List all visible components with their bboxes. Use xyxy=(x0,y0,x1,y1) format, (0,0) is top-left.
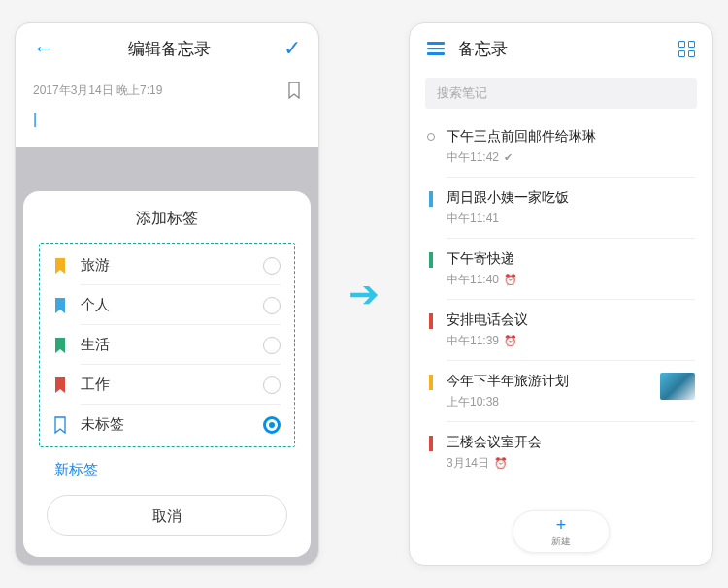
new-tag-button[interactable]: 新标签 xyxy=(39,447,295,485)
memo-title: 今年下半年旅游计划 xyxy=(447,373,652,390)
radio-icon[interactable] xyxy=(263,416,281,434)
memo-time: 上午10:38 xyxy=(447,394,499,410)
edit-memo-screen: ← 编辑备忘录 ✓ 2017年3月14日 晚上7:19 | 添加标签 旅游个人生… xyxy=(15,22,319,566)
bookmark-icon xyxy=(53,416,67,434)
memo-meta: 中午11:40⏰ xyxy=(447,272,695,288)
fab-label: 新建 xyxy=(551,535,571,548)
memo-title: 三楼会议室开会 xyxy=(447,434,695,451)
memo-meta: 中午11:42✔ xyxy=(447,149,695,166)
page-title: 编辑备忘录 xyxy=(128,38,211,60)
memo-marker xyxy=(427,133,435,141)
tag-label: 个人 xyxy=(81,296,263,314)
timestamp-bar: 2017年3月14日 晚上7:19 xyxy=(16,74,318,107)
clock-icon: ⏰ xyxy=(494,457,508,470)
sheet-title: 添加标签 xyxy=(39,209,295,229)
memo-item[interactable]: 周日跟小姨一家吃饭中午11:41 xyxy=(427,178,695,239)
check-icon: ✔ xyxy=(504,151,513,164)
memo-marker xyxy=(429,191,433,207)
radio-icon[interactable] xyxy=(263,337,281,354)
tag-sheet: 添加标签 旅游个人生活工作未标签 新标签 取消 xyxy=(23,191,311,557)
memo-time: 中午11:41 xyxy=(447,211,499,227)
back-icon[interactable]: ← xyxy=(33,36,54,61)
memo-time: 中午11:42 xyxy=(447,149,499,166)
memo-meta: 3月14日⏰ xyxy=(447,455,695,472)
memo-meta: 上午10:38 xyxy=(447,394,652,410)
bookmark-icon xyxy=(53,297,67,314)
tag-label: 生活 xyxy=(81,336,263,354)
memo-title: 安排电话会议 xyxy=(447,311,695,329)
memo-title: 下午三点前回邮件给琳琳 xyxy=(447,128,695,146)
search-input[interactable]: 搜索笔记 xyxy=(425,78,697,109)
memo-title: 下午寄快递 xyxy=(447,250,695,268)
memo-item[interactable]: 下午寄快递中午11:40⏰ xyxy=(427,239,695,300)
editor-cursor[interactable]: | xyxy=(16,107,318,147)
memo-list-screen: 备忘录 搜索笔记 下午三点前回邮件给琳琳中午11:42✔周日跟小姨一家吃饭中午1… xyxy=(409,22,713,566)
memo-content: 下午三点前回邮件给琳琳中午11:42✔ xyxy=(447,128,695,166)
bookmark-icon xyxy=(53,337,67,354)
memo-meta: 中午11:39⏰ xyxy=(447,333,695,349)
tag-list: 旅游个人生活工作未标签 xyxy=(39,243,295,447)
memo-content: 安排电话会议中午11:39⏰ xyxy=(447,311,695,349)
memo-list: 下午三点前回邮件给琳琳中午11:42✔周日跟小姨一家吃饭中午11:41下午寄快递… xyxy=(410,116,712,483)
radio-icon[interactable] xyxy=(263,257,281,275)
add-memo-button[interactable]: + 新建 xyxy=(513,510,610,553)
memo-title: 周日跟小姨一家吃饭 xyxy=(447,189,695,207)
grid-view-icon[interactable] xyxy=(678,41,695,57)
clock-icon: ⏰ xyxy=(504,335,517,347)
tag-label: 旅游 xyxy=(81,256,263,275)
memo-time: 中午11:39 xyxy=(447,333,499,349)
memo-content: 下午寄快递中午11:40⏰ xyxy=(447,250,695,288)
tag-item[interactable]: 个人 xyxy=(40,285,294,325)
memo-item[interactable]: 三楼会议室开会3月14日⏰ xyxy=(427,422,695,483)
radio-icon[interactable] xyxy=(263,297,281,314)
bookmark-icon xyxy=(53,257,67,275)
memo-time: 中午11:40 xyxy=(447,272,499,288)
tag-label: 工作 xyxy=(81,376,263,394)
timestamp: 2017年3月14日 晚上7:19 xyxy=(33,82,162,99)
tag-item[interactable]: 未标签 xyxy=(40,405,294,444)
memo-item[interactable]: 下午三点前回邮件给琳琳中午11:42✔ xyxy=(427,116,695,178)
memo-marker xyxy=(429,436,433,451)
tag-item[interactable]: 生活 xyxy=(40,325,294,365)
memo-content: 今年下半年旅游计划上午10:38 xyxy=(447,373,652,410)
plus-icon: + xyxy=(556,516,567,534)
tag-item[interactable]: 工作 xyxy=(40,365,294,405)
tag-label: 未标签 xyxy=(81,415,263,434)
header: 备忘录 xyxy=(410,23,712,74)
memo-time: 3月14日 xyxy=(447,455,489,472)
header: ← 编辑备忘录 ✓ xyxy=(16,23,318,74)
memo-content: 周日跟小姨一家吃饭中午11:41 xyxy=(447,189,695,227)
radio-icon[interactable] xyxy=(263,376,281,394)
menu-icon[interactable] xyxy=(427,42,445,55)
arrow-icon: ➔ xyxy=(348,273,380,315)
cancel-button[interactable]: 取消 xyxy=(47,495,287,536)
page-title: 备忘录 xyxy=(458,38,665,60)
memo-content: 三楼会议室开会3月14日⏰ xyxy=(447,434,695,472)
bookmark-icon xyxy=(53,376,67,394)
memo-marker xyxy=(429,375,433,390)
memo-item[interactable]: 安排电话会议中午11:39⏰ xyxy=(427,300,695,361)
memo-item[interactable]: 今年下半年旅游计划上午10:38 xyxy=(427,361,695,422)
tag-item[interactable]: 旅游 xyxy=(40,245,294,285)
bookmark-icon[interactable] xyxy=(287,82,301,99)
memo-thumbnail xyxy=(660,373,695,400)
search-placeholder: 搜索笔记 xyxy=(437,84,487,102)
memo-marker xyxy=(429,313,433,329)
memo-meta: 中午11:41 xyxy=(447,211,695,227)
clock-icon: ⏰ xyxy=(504,274,517,286)
confirm-icon[interactable]: ✓ xyxy=(283,36,301,61)
memo-marker xyxy=(429,252,433,268)
